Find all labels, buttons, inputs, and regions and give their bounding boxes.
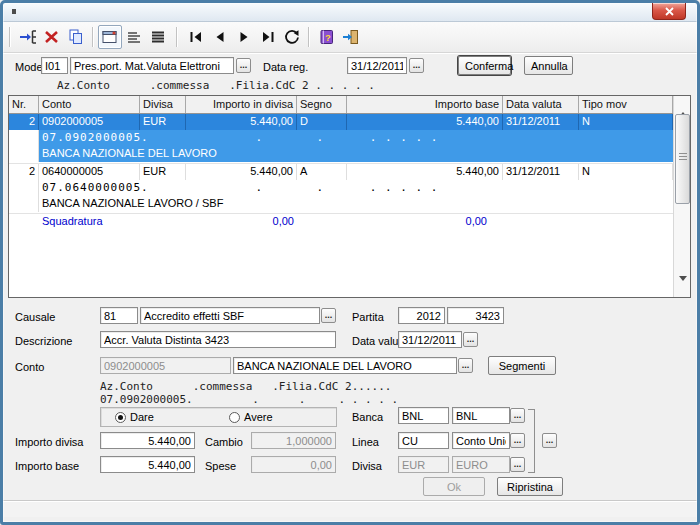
refresh-icon <box>283 28 301 46</box>
table-row-segment[interactable]: 07.0640000005. . . . . . . . <box>9 180 673 196</box>
detail-view-button[interactable] <box>122 25 146 49</box>
linea-browse-button[interactable]: ... <box>510 433 525 448</box>
cell-importo-base: 5.440,00 <box>347 114 503 130</box>
partita-anno-input[interactable] <box>398 307 445 324</box>
segments-header-top: Az.Conto .commessa .Filia.CdC 2 . . . . … <box>57 79 375 92</box>
status-bar <box>3 501 697 517</box>
causale-browse-button[interactable]: ... <box>321 308 336 323</box>
transactions-grid: Nr. Conto Divisa Importo in divisa Segno… <box>8 95 691 298</box>
table-row-segment[interactable]: 07.0902000005. . . . . . . . <box>9 130 673 146</box>
importo-divisa-label: Importo divisa <box>15 436 83 448</box>
modello-browse-button[interactable]: ... <box>236 58 251 73</box>
table-row-description[interactable]: BANCA NAZIONALE LAVORO / SBF <box>9 196 673 212</box>
divisa-desc-input <box>452 456 510 473</box>
banca-browse-button[interactable]: ... <box>510 408 525 423</box>
divisa-browse-button[interactable]: ... <box>510 457 525 472</box>
radio-off-icon <box>229 412 240 423</box>
segmenti-button[interactable]: Segmenti <box>488 356 556 375</box>
data-valuta-browse-button[interactable]: ... <box>463 332 478 347</box>
cell-tipo-mov: N <box>579 114 673 130</box>
column-header-conto[interactable]: Conto <box>39 96 140 113</box>
cell-nr: 2 <box>9 114 39 130</box>
list-view-icon <box>149 28 167 46</box>
table-row-description[interactable]: BANCA NAZIONALE DEL LAVORO <box>9 146 673 162</box>
exit-button[interactable] <box>339 25 363 49</box>
properties-icon <box>101 28 119 46</box>
grid-header-row: Nr. Conto Divisa Importo in divisa Segno… <box>9 96 673 114</box>
data-valuta-input[interactable] <box>398 331 462 348</box>
close-button[interactable] <box>652 3 686 20</box>
linea-label: Linea <box>352 436 379 448</box>
cell-conto: 0640000005 <box>39 164 140 180</box>
list-view-button[interactable] <box>146 25 170 49</box>
cell-segno: A <box>297 164 347 180</box>
svg-text:?: ? <box>325 32 331 43</box>
column-header-data-valuta[interactable]: Data valuta <box>503 96 579 113</box>
data-reg-browse-button[interactable]: ... <box>409 58 424 73</box>
modello-desc-input[interactable] <box>70 57 234 74</box>
cell-empty <box>9 196 39 212</box>
causale-code-input[interactable] <box>100 307 138 324</box>
copy-button[interactable] <box>64 25 88 49</box>
squadratura-label: Squadratura <box>39 214 186 230</box>
modello-code-input[interactable] <box>41 57 68 74</box>
insert-record-button[interactable] <box>16 25 40 49</box>
column-header-tipo-mov[interactable]: Tipo mov <box>579 96 673 113</box>
cell-empty <box>9 130 39 146</box>
help-button[interactable]: ? <box>315 25 339 49</box>
detail-view-icon <box>125 28 143 46</box>
toolbar-separator <box>92 27 93 47</box>
properties-button[interactable] <box>98 25 122 49</box>
grid-content: Nr. Conto Divisa Importo in divisa Segno… <box>9 96 673 297</box>
dare-radio[interactable]: Dare <box>115 411 154 423</box>
importo-divisa-input[interactable] <box>100 432 195 449</box>
grid-scrollbar[interactable] <box>673 96 690 297</box>
scroll-down-button[interactable] <box>675 281 690 296</box>
data-reg-input[interactable] <box>347 57 407 74</box>
column-header-divisa[interactable]: Divisa <box>140 96 186 113</box>
banca-desc-input[interactable] <box>452 407 510 424</box>
next-record-icon <box>235 28 253 46</box>
partita-numero-input[interactable] <box>447 307 504 324</box>
column-header-nr[interactable]: Nr. <box>9 96 39 113</box>
column-header-importo-base[interactable]: Importo base <box>347 96 503 113</box>
copy-icon <box>67 28 85 46</box>
divisa-code-input <box>398 456 449 473</box>
ok-button[interactable]: Ok <box>423 477 485 496</box>
banca-code-input[interactable] <box>398 407 449 424</box>
causale-desc-input[interactable] <box>140 307 320 324</box>
descrizione-input[interactable] <box>100 331 336 348</box>
next-record-button[interactable] <box>232 25 256 49</box>
delete-record-button[interactable] <box>40 25 64 49</box>
last-record-button[interactable] <box>256 25 280 49</box>
column-header-segno[interactable]: Segno <box>297 96 347 113</box>
cell-nr: 2 <box>9 164 39 180</box>
cell-importo-base: 5.440,00 <box>347 164 503 180</box>
conferma-button[interactable]: Conferma <box>458 56 511 75</box>
title-bar[interactable] <box>3 3 697 22</box>
cell-descrizione: BANCA NAZIONALE DEL LAVORO <box>39 146 673 162</box>
toolbar-separator <box>308 27 309 47</box>
conto-browse-button[interactable]: ... <box>458 358 473 373</box>
avere-radio[interactable]: Avere <box>229 411 273 423</box>
cell-data-valuta: 31/12/2011 <box>503 164 579 180</box>
table-row[interactable]: 2 0902000005 EUR 5.440,00 D 5.440,00 31/… <box>9 114 673 130</box>
annulla-button[interactable]: Annulla <box>524 56 573 75</box>
conto-desc-input[interactable] <box>233 357 457 374</box>
linea-desc-input[interactable] <box>452 432 510 449</box>
scroll-up-button[interactable] <box>675 97 690 112</box>
column-header-importo-divisa[interactable]: Importo in divisa <box>186 96 297 113</box>
toolbar-separator <box>176 27 177 47</box>
table-row[interactable]: 2 0640000005 EUR 5.440,00 A 5.440,00 31/… <box>9 164 673 180</box>
scrollbar-thumb[interactable] <box>675 114 690 204</box>
linea-extra-browse-button[interactable]: ... <box>542 433 557 448</box>
refresh-button[interactable] <box>280 25 304 49</box>
previous-record-icon <box>211 28 229 46</box>
importo-base-input[interactable] <box>100 456 195 473</box>
app-window: ? Modello ... Data reg. ... Conferma Ann… <box>0 0 700 525</box>
previous-record-button[interactable] <box>208 25 232 49</box>
ripristina-button[interactable]: Ripristina <box>497 477 563 496</box>
conto-code-input <box>100 357 231 374</box>
first-record-button[interactable] <box>184 25 208 49</box>
linea-code-input[interactable] <box>398 432 449 449</box>
